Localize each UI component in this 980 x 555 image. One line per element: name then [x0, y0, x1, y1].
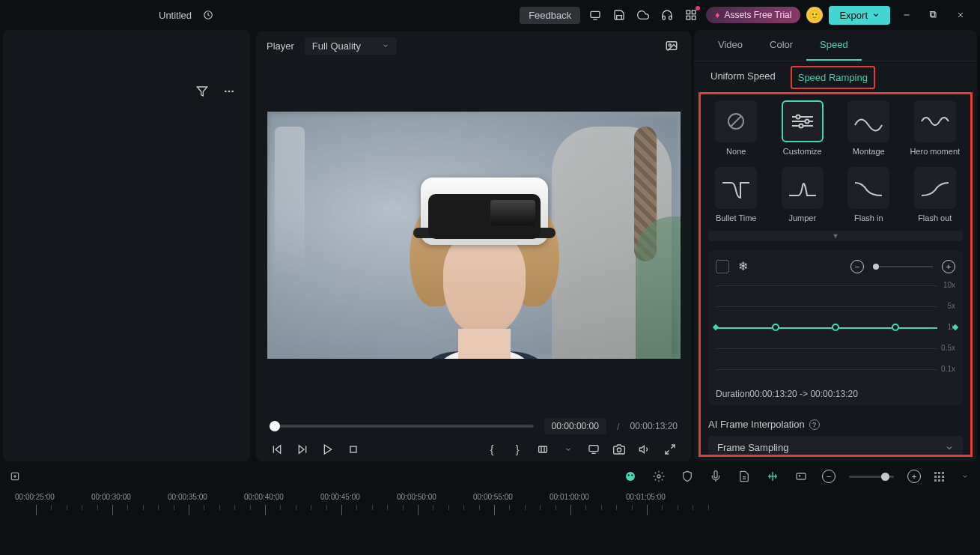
svg-marker-11 — [197, 87, 207, 96]
more-options-icon[interactable] — [958, 469, 973, 484]
preset-montage[interactable]: Montage — [841, 100, 897, 157]
duration-to: 00:00:13:20 — [810, 389, 857, 399]
play-button[interactable] — [320, 442, 335, 457]
preset-flashin[interactable]: Flash in — [841, 167, 897, 223]
subtab-uniform[interactable]: Uniform Speed — [704, 66, 782, 89]
svg-point-55 — [799, 476, 800, 476]
preset-bullet[interactable]: Bullet Time — [708, 167, 764, 223]
preset-jumper[interactable]: Jumper — [775, 167, 831, 223]
zoom-out-button[interactable]: − — [850, 260, 864, 273]
feedback-button[interactable]: Feedback — [520, 7, 580, 24]
media-panel — [3, 30, 250, 461]
preset-label: None — [726, 147, 746, 157]
select-tool-button[interactable] — [716, 260, 729, 273]
speed-graph-editor: ❄ − + 10x5x1x0.5x0.1x Duration00:00:13:2… — [708, 250, 963, 405]
fullscreen-icon[interactable] — [663, 442, 678, 457]
timeline-zoom-in-button[interactable]: + — [907, 470, 921, 483]
video-viewport[interactable] — [256, 60, 691, 410]
total-time: 00:00:13:20 — [630, 421, 678, 431]
player-controls: 00:00:00:00 / 00:00:13:20 { } — [256, 410, 691, 461]
chevron-down-icon[interactable] — [561, 442, 576, 457]
device-icon[interactable] — [586, 6, 604, 24]
svg-point-35 — [796, 115, 800, 119]
chevron-down-icon — [945, 443, 954, 452]
top-bar: Untitled Feedback ♦Assets Free Trial 🙂 E… — [0, 0, 980, 30]
notes-icon[interactable] — [737, 469, 752, 484]
ai-interp-select[interactable]: Frame Sampling — [708, 436, 963, 457]
preset-flashout[interactable]: Flash out — [907, 167, 964, 223]
mark-out-button[interactable]: } — [510, 442, 525, 457]
maximize-button[interactable] — [923, 4, 944, 25]
svg-rect-54 — [797, 473, 806, 479]
svg-rect-1 — [591, 11, 600, 17]
volume-icon[interactable] — [637, 442, 652, 457]
svg-rect-4 — [693, 16, 696, 19]
preset-thumb — [914, 167, 956, 209]
speed-graph[interactable]: 10x5x1x0.5x0.1x — [716, 279, 955, 384]
sync-status-icon[interactable] — [199, 6, 217, 24]
freeze-frame-icon[interactable]: ❄ — [738, 259, 748, 273]
timeline-zoom-out-button[interactable]: − — [822, 470, 836, 483]
tab-speed[interactable]: Speed — [806, 30, 862, 61]
snapshot-icon[interactable] — [663, 37, 681, 55]
export-button[interactable]: Export — [829, 6, 890, 25]
svg-line-33 — [731, 116, 741, 127]
more-icon[interactable] — [220, 82, 238, 100]
display-icon[interactable] — [586, 442, 601, 457]
stop-button[interactable] — [346, 442, 361, 457]
timeline-ruler[interactable]: 00:00:25:0000:00:30:0000:00:35:0000:00:4… — [7, 493, 973, 538]
prev-frame-button[interactable] — [270, 442, 284, 457]
cloud-icon[interactable] — [634, 6, 652, 24]
step-fwd-button[interactable] — [295, 442, 310, 457]
zoom-in-button[interactable]: + — [942, 260, 955, 273]
close-button[interactable] — [950, 4, 971, 25]
track-layout-icon[interactable] — [934, 472, 944, 482]
tab-video[interactable]: Video — [704, 30, 756, 61]
preset-hero[interactable]: Hero moment — [907, 100, 964, 157]
duration-readout: Duration00:00:13:20 -> 00:00:13:20 — [716, 389, 955, 399]
adjust-icon[interactable] — [651, 469, 666, 484]
profile-avatar[interactable]: 🙂 — [806, 7, 823, 23]
preset-thumb — [715, 167, 757, 209]
filter-icon[interactable] — [193, 82, 211, 100]
quality-select[interactable]: Full Quality — [305, 37, 397, 55]
ai-tools-icon[interactable] — [623, 469, 638, 484]
headphones-icon[interactable] — [658, 6, 676, 24]
apps-icon[interactable] — [682, 6, 700, 24]
help-icon[interactable]: ? — [809, 419, 820, 430]
assets-trial-label: Assets Free Trial — [724, 10, 791, 20]
svg-marker-17 — [276, 446, 281, 454]
shield-icon[interactable] — [680, 469, 695, 484]
mark-in-button[interactable]: { — [484, 442, 499, 457]
mic-icon[interactable] — [708, 469, 723, 484]
preset-label: Flash in — [854, 213, 883, 223]
speed-subtabs: Uniform Speed Speed Ramping — [694, 61, 977, 89]
expand-presets-button[interactable]: ▼ — [708, 231, 963, 241]
camera-icon[interactable] — [612, 442, 627, 457]
progress-slider[interactable] — [270, 425, 534, 428]
svg-point-12 — [225, 91, 227, 93]
assets-trial-button[interactable]: ♦Assets Free Trial — [706, 7, 800, 23]
minimize-button[interactable] — [896, 4, 917, 25]
preset-label: Hero moment — [910, 147, 960, 157]
preset-none[interactable]: None — [708, 100, 764, 157]
tab-color[interactable]: Color — [756, 30, 806, 61]
chevron-down-icon — [382, 42, 389, 49]
preset-thumb — [847, 167, 889, 209]
svg-line-31 — [666, 450, 669, 454]
preset-label: Customize — [783, 147, 822, 157]
ai-interp-label: AI Frame Interpolation — [708, 419, 805, 430]
zoom-slider[interactable] — [873, 266, 933, 267]
subtab-ramping[interactable]: Speed Ramping — [791, 66, 875, 89]
timeline-zoom-slider[interactable] — [849, 476, 894, 478]
svg-rect-22 — [350, 446, 356, 452]
player-label: Player — [267, 40, 294, 52]
preset-label: Montage — [853, 147, 885, 157]
save-icon[interactable] — [610, 6, 628, 24]
snap-icon[interactable] — [765, 469, 780, 484]
marker-add-icon[interactable] — [7, 469, 22, 484]
svg-point-28 — [617, 448, 621, 452]
preset-customize[interactable]: Customize — [775, 100, 831, 157]
crop-icon[interactable] — [535, 442, 550, 457]
thumbnail-icon[interactable] — [794, 469, 809, 484]
